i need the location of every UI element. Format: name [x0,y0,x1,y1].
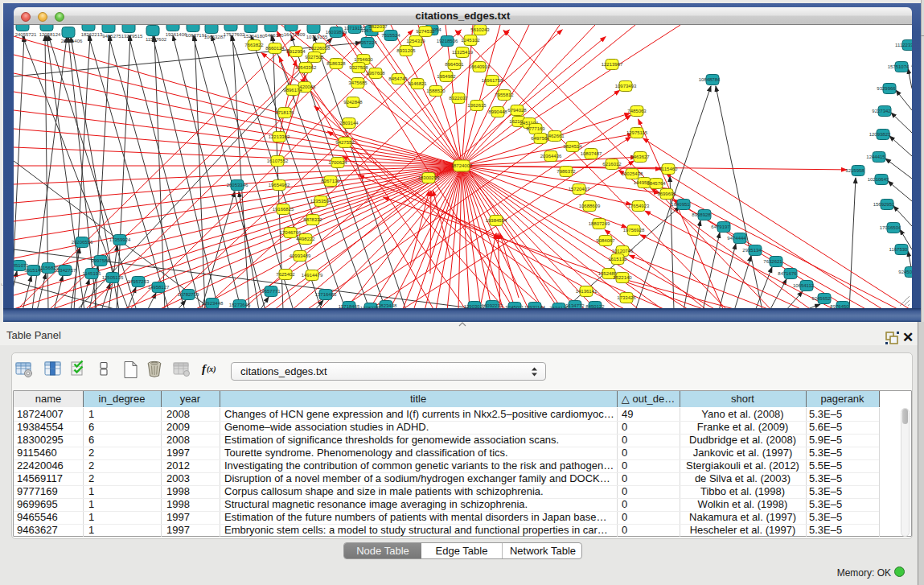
svg-text:2367608: 2367608 [366,71,385,76]
svg-text:17016504: 17016504 [880,225,901,230]
svg-text:(x): (x) [207,365,216,374]
svg-text:8878332: 8878332 [303,217,322,222]
svg-text:8964501: 8964501 [445,62,464,67]
svg-text:19384554: 19384554 [486,218,507,223]
svg-text:12975115: 12975115 [626,130,648,135]
svg-text:7515524: 7515524 [381,33,400,38]
svg-text:12093823: 12093823 [869,132,891,137]
svg-text:19261406: 19261406 [166,32,187,37]
svg-text:12342757: 12342757 [55,268,76,273]
svg-text:24055721: 24055721 [15,32,37,37]
svg-text:9327508: 9327508 [349,65,368,70]
svg-text:16107552: 16107552 [267,159,289,163]
svg-text:9242848: 9242848 [343,100,363,105]
svg-text:1954982: 1954982 [437,74,456,79]
svg-text:8454749: 8454749 [388,76,408,81]
svg-text:18724007: 18724007 [451,163,473,168]
svg-text:9084067: 9084067 [596,238,615,243]
svg-text:3475685: 3475685 [348,80,368,85]
svg-text:1754600: 1754600 [354,57,373,62]
svg-text:15751074: 15751074 [888,64,910,69]
svg-text:9463627: 9463627 [630,154,650,159]
svg-text:10848784: 10848784 [699,77,721,82]
svg-text:8938928: 8938928 [692,212,711,217]
svg-text:10973493: 10973493 [615,84,637,89]
svg-text:8912954: 8912954 [286,49,306,54]
svg-text:7955812: 7955812 [495,93,514,97]
svg-text:8186328: 8186328 [326,61,346,66]
svg-text:10210643: 10210643 [868,177,889,182]
svg-text:12823448: 12823448 [376,303,397,308]
svg-text:17359924: 17359924 [109,237,131,242]
svg-text:10120746: 10120746 [612,249,634,253]
svg-text:7986372: 7986372 [556,169,576,174]
svg-text:1244415: 1244415 [866,154,885,159]
svg-text:20891406: 20891406 [61,39,83,43]
svg-text:9134772: 9134772 [565,303,585,308]
svg-text:12213382: 12213382 [269,134,290,139]
svg-text:16640910: 16640910 [469,64,491,69]
svg-text:4498222: 4498222 [296,237,315,241]
svg-text:6216012: 6216012 [602,162,622,167]
svg-text:7485063: 7485063 [627,109,647,113]
svg-text:18807249: 18807249 [589,221,610,226]
svg-text:10025438: 10025438 [622,171,643,176]
svg-text:17527602: 17527602 [224,32,245,37]
svg-text:3824514: 3824514 [563,144,582,149]
svg-text:15720407: 15720407 [569,187,590,192]
svg-text:9777169: 9777169 [526,126,545,131]
svg-text:6479197: 6479197 [711,225,730,229]
svg-text:13716485: 13716485 [315,292,337,297]
svg-text:40993489: 40993489 [290,253,311,258]
svg-text:9115460: 9115460 [659,167,679,171]
svg-text:1700624: 1700624 [328,160,347,165]
svg-text:9427552: 9427552 [335,140,355,145]
svg-text:9329966: 9329966 [877,86,896,91]
svg-text:7625402: 7625402 [276,272,295,277]
svg-text:9415275: 9415275 [102,34,121,39]
svg-text:9474444: 9474444 [727,236,746,241]
svg-text:2935134: 2935134 [742,248,762,253]
svg-text:17046766: 17046766 [280,230,302,235]
svg-text:8660124: 8660124 [265,46,285,51]
svg-text:11527602: 11527602 [146,37,167,42]
svg-text:16782759: 16782759 [178,292,199,297]
svg-text:14914479: 14914479 [302,273,323,278]
svg-text:1167530: 1167530 [889,247,909,252]
svg-text:12353594: 12353594 [310,199,332,204]
svg-text:7462661: 7462661 [545,134,565,138]
svg-text:9657771: 9657771 [261,289,281,294]
svg-text:9997586: 9997586 [91,258,110,263]
svg-text:1615132: 1615132 [608,257,627,262]
svg-text:20206556: 20206556 [72,240,93,245]
svg-text:1733426: 1733426 [617,295,636,300]
svg-text:3822037: 3822037 [368,25,388,29]
svg-text:18273645: 18273645 [229,303,251,307]
svg-text:17654923: 17654923 [628,204,650,208]
svg-text:12923448: 12923448 [202,301,224,306]
svg-text:9699695: 9699695 [657,192,676,196]
svg-text:8471676: 8471676 [778,271,797,276]
svg-text:10543362: 10543362 [295,65,317,70]
svg-text:3215958: 3215958 [845,168,864,173]
svg-text:9274532: 9274532 [416,29,435,34]
svg-text:6466160: 6466160 [265,33,284,38]
svg-text:9845764: 9845764 [647,181,666,186]
svg-text:2803144: 2803144 [339,121,359,126]
svg-text:8322037: 8322037 [449,96,468,101]
svg-text:1588520: 1588520 [426,89,446,93]
svg-text:12505135: 12505135 [102,275,124,280]
svg-text:14958127: 14958127 [148,285,170,290]
svg-text:7632621: 7632621 [763,259,782,264]
svg-text:14136141: 14136141 [576,289,598,294]
svg-text:8990448: 8990448 [488,109,507,114]
svg-text:8267130: 8267130 [321,179,340,183]
svg-text:9245652: 9245652 [811,296,831,301]
svg-text:18300295: 18300295 [418,175,440,180]
svg-text:9146821: 9146821 [408,81,427,86]
svg-text:7357224: 7357224 [358,40,377,45]
svg-text:10807487: 10807487 [581,151,602,156]
svg-text:1145195: 1145195 [83,271,102,276]
svg-text:17957253: 17957253 [128,279,150,284]
svg-text:2522140: 2522140 [613,275,632,280]
